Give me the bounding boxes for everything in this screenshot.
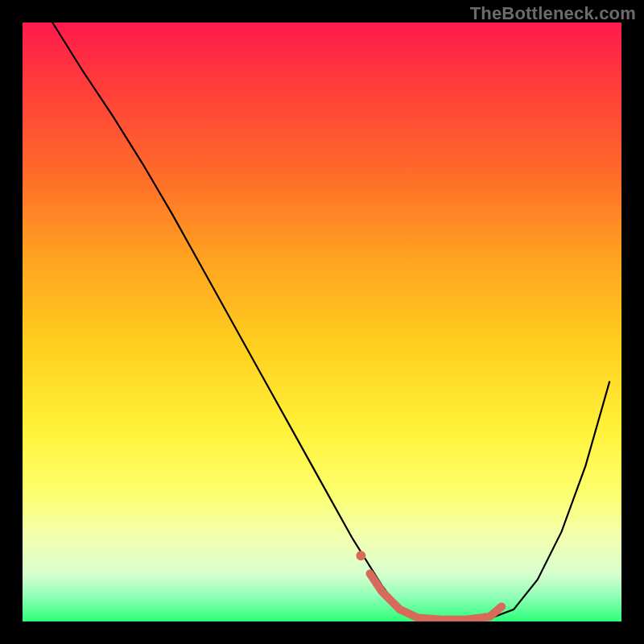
plot-area	[23, 23, 621, 621]
watermark-text: TheBottleneck.com	[470, 3, 636, 24]
highlight-segment	[370, 574, 502, 620]
highlight-dot	[356, 551, 365, 560]
bottleneck-curve	[52, 23, 609, 621]
curve-layer	[23, 23, 621, 621]
chart-frame: TheBottleneck.com	[0, 0, 644, 644]
